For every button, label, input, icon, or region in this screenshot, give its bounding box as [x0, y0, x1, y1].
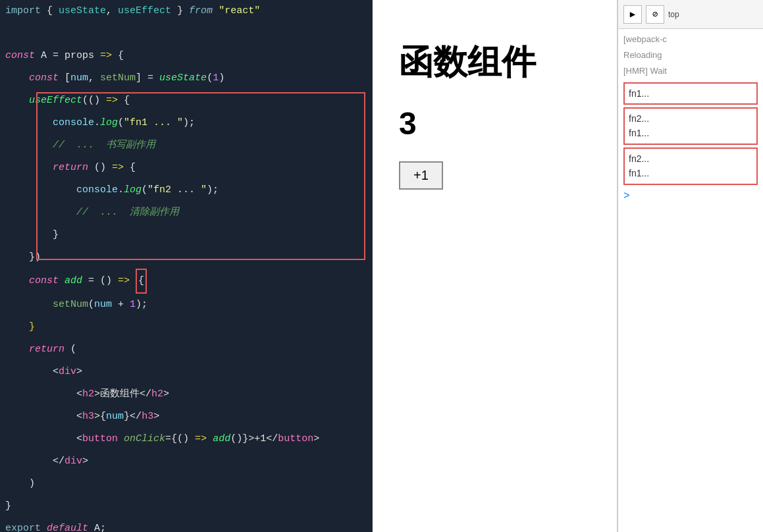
code-line-useeffect: useEffect (() => { [5, 90, 372, 112]
code-line-close-effect: }) [5, 246, 372, 269]
code-line-blank1 [5, 22, 372, 45]
preview-number: 3 [399, 105, 417, 142]
console-line-hmr: [HMR] Wait [618, 63, 763, 79]
code-line-fn2: console . log ( "fn2 ... " ); [5, 179, 372, 201]
code-line-div-close: </ div > [5, 450, 372, 473]
code-line-comment2: // ... 清除副作用 [5, 201, 372, 224]
code-line-button: < button onClick ={() => add ()}>+1</ bu… [5, 428, 372, 450]
console-box-1-line1: fn1... [629, 86, 752, 101]
console-play-button[interactable]: ▶ [623, 5, 642, 24]
browser-preview: 函数组件 3 +1 [372, 0, 617, 532]
code-line-return2: return ( [5, 338, 372, 361]
console-box-1: fn1... [623, 82, 758, 105]
code-line-usestate: const [ num , setNum ] = useState ( 1 ) [5, 67, 372, 90]
code-line-close-brace2: } [5, 316, 372, 338]
console-stop-button[interactable]: ⊘ [646, 5, 664, 24]
code-line-close-brace1: } [5, 224, 372, 246]
console-box-3-line2: fn1... [629, 166, 752, 180]
console-panel: ▶ ⊘ top [webpack-c Reloading [HMR] Wait … [617, 0, 763, 532]
console-box-2-line1: fn2... [629, 111, 752, 126]
code-panel: import { useState , useEffect } from "re… [0, 0, 372, 532]
code-line-const-a: const A = props => { [5, 45, 372, 67]
code-line-setnum: setNum ( num + 1 ); [5, 294, 372, 316]
console-tab-top: top [668, 10, 679, 19]
code-line-close-main: } [5, 495, 372, 518]
keyword-import: import [5, 0, 41, 22]
console-box-2-line2: fn1... [629, 126, 752, 140]
code-line-comment1: // ... 书写副作用 [5, 134, 372, 157]
console-arrow: > [618, 188, 763, 205]
console-content: [webpack-c Reloading [HMR] Wait fn1... f… [618, 29, 763, 532]
code-line-div-open: < div > [5, 361, 372, 383]
console-box-3: fn2... fn1... [623, 147, 758, 185]
play-icon: ▶ [630, 9, 635, 20]
keyword-from: from [189, 0, 213, 22]
console-line-reloading: Reloading [618, 47, 763, 63]
stop-icon: ⊘ [652, 9, 658, 20]
preview-title: 函数组件 [399, 40, 536, 86]
console-toolbar: ▶ ⊘ top [618, 0, 763, 29]
console-box-2: fn2... fn1... [623, 107, 758, 145]
code-line-paren-close: ) [5, 473, 372, 495]
code-line-fn1: console . log ( "fn1 ... " ); [5, 112, 372, 134]
preview-add-button[interactable]: +1 [399, 161, 443, 190]
code-line-export: export default A; [5, 518, 372, 532]
console-line-webpack: [webpack-c [618, 32, 763, 47]
code-line-const-add: const add = () => { [5, 269, 372, 294]
code-line-h3: < h3 > { num } </ h3 > [5, 406, 372, 428]
right-panel: 函数组件 3 +1 ▶ ⊘ top [webpack-c Reloading [… [372, 0, 763, 532]
code-line-import: import { useState , useEffect } from "re… [5, 0, 372, 22]
code-line-return1: return () => { [5, 157, 372, 179]
console-box-3-line1: fn2... [629, 151, 752, 166]
code-line-h2: < h2 > 函数组件 </ h2 > [5, 383, 372, 406]
